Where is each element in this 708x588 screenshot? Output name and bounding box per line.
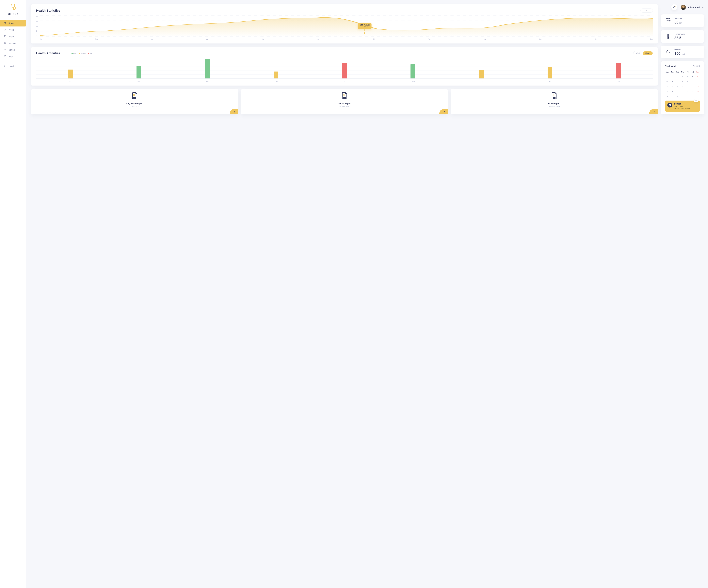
report-date: 21 Feb, 2020	[34, 106, 235, 108]
metric-label: Temperature	[674, 33, 685, 35]
cal-day[interactable]: 16	[685, 84, 690, 89]
username: Johan Smith	[688, 6, 700, 8]
nav-report[interactable]: Report	[0, 33, 26, 40]
cal-day[interactable]: 28	[675, 94, 680, 98]
cal-day[interactable]: 13	[670, 84, 675, 89]
home-icon	[4, 22, 6, 25]
bar-label: Fri	[481, 80, 482, 82]
bar	[273, 71, 278, 79]
report-card-dental[interactable]: Dental Report 21 Feb, 2020	[241, 89, 448, 114]
cal-day[interactable]: 14	[675, 84, 680, 89]
nav: Home Profile Report Message Setting Help…	[0, 20, 26, 69]
nav-setting[interactable]: Setting	[0, 47, 26, 53]
cal-day[interactable]: 05	[665, 80, 670, 84]
user-menu[interactable]: Johan Smith	[681, 5, 704, 10]
nav-message[interactable]: Message	[0, 40, 26, 47]
y-tick: 15	[36, 21, 38, 22]
y-tick: 0	[36, 35, 38, 37]
cal-day[interactable]: 09	[685, 80, 690, 84]
cal-day[interactable]: 26	[665, 94, 670, 98]
bar-label: Sat	[69, 80, 71, 82]
mail-icon	[4, 42, 6, 45]
stats-x-axis: Jan Feb Mar Apr May Jun Jul Aug Sep Oct …	[40, 38, 653, 40]
bar-label: Tue	[275, 80, 278, 82]
toggle-week[interactable]: Week	[633, 51, 643, 55]
bar-label: Thu	[412, 80, 415, 82]
cal-day[interactable]: 20	[670, 89, 675, 93]
cal-day[interactable]: 18	[695, 84, 700, 89]
cal-day[interactable]: 02	[685, 75, 690, 79]
cal-dow: Mon	[665, 70, 670, 74]
cal-day[interactable]: 10	[690, 80, 695, 84]
legend-good: Good	[73, 53, 77, 54]
x-tick: Jul	[373, 38, 375, 40]
notifications-button[interactable]	[671, 4, 677, 10]
cal-day[interactable]: 08	[680, 80, 685, 84]
y-tick: 5	[36, 30, 38, 32]
svg-rect-14	[666, 50, 668, 54]
report-title: Dental Report	[244, 102, 445, 105]
nav-logout[interactable]: Log Out	[0, 63, 26, 69]
cal-day[interactable]: 11	[695, 80, 700, 84]
cal-day[interactable]: 23	[685, 89, 690, 93]
cal-day[interactable]: 27	[670, 94, 675, 98]
metric-label: Hert Rate	[674, 17, 682, 20]
x-tick: Feb	[95, 38, 98, 40]
svg-point-0	[5, 29, 5, 30]
cal-dow: Wed	[675, 70, 680, 74]
cal-day[interactable]: 06	[670, 80, 675, 84]
logout-icon	[4, 65, 6, 67]
test-tube-icon	[665, 49, 671, 55]
nav-help[interactable]: Help	[0, 53, 26, 60]
tooltip-date: 12th August	[360, 24, 370, 26]
bar	[616, 63, 621, 79]
nav-label: Help	[8, 55, 12, 58]
cal-day[interactable]: 17	[690, 84, 695, 89]
toggle-month[interactable]: Month	[643, 51, 653, 55]
report-title: City Scan Report	[34, 102, 235, 105]
cal-day[interactable]: 25	[695, 89, 700, 93]
svg-point-3	[5, 49, 5, 50]
cal-day[interactable]: 04	[695, 75, 700, 79]
bar-label: Sun	[138, 80, 140, 82]
year-selector[interactable]: 2020	[641, 8, 653, 12]
report-date: 21 Feb, 2020	[244, 106, 445, 108]
period-toggle: Week Month	[633, 51, 653, 55]
metric-temperature: Temperature 36.5°C	[661, 30, 704, 43]
cal-dow: Fri	[685, 70, 690, 74]
gear-icon	[4, 49, 6, 51]
bar	[205, 59, 210, 79]
notification-dot	[675, 6, 676, 7]
nav-label: Home	[8, 22, 14, 24]
metric-glucose: Glucose 100mg/dl	[661, 46, 704, 58]
nav-home[interactable]: Home	[0, 20, 26, 27]
cal-day[interactable]: 07	[675, 80, 680, 84]
report-card-city-scan[interactable]: City Scan Report 21 Feb, 2020	[31, 89, 238, 114]
cal-day[interactable]: 01	[680, 75, 685, 79]
legend-normal: Normal	[81, 53, 86, 54]
appointment-arrow-button[interactable]	[694, 99, 699, 102]
cal-day[interactable]: 15	[680, 84, 685, 89]
cal-day[interactable]: 22	[680, 89, 685, 93]
x-tick: Mar	[151, 38, 153, 40]
report-card-ecg[interactable]: ECG Report 21 Feb, 2020	[451, 89, 658, 114]
calendar-card: Next Visit Feb, 2019 Mon Tue Wed Thu Fri…	[661, 61, 704, 114]
cal-day[interactable]: 19	[665, 89, 670, 93]
bar-label: Sat	[549, 80, 551, 82]
stats-title: Health Statistics	[36, 9, 60, 12]
cal-day[interactable]: 12	[665, 84, 670, 89]
report-title: ECG Report	[453, 102, 655, 105]
nav-profile[interactable]: Profile	[0, 27, 26, 33]
cal-day[interactable]: 29	[680, 94, 685, 98]
y-tick: 10	[36, 26, 38, 27]
metric-unit: mg/dl	[681, 53, 685, 55]
metric-value: 36.5	[674, 36, 681, 40]
report-file-icon	[34, 92, 235, 100]
legend-bad: Bad	[90, 53, 92, 54]
appointment-card[interactable]: Dentist 8.00 - 9.30 Pm Dr. Alex Brown, M…	[665, 100, 700, 112]
cal-day[interactable]: 24	[690, 89, 695, 93]
report-date: 21 Feb, 2020	[453, 106, 655, 108]
cal-day[interactable]: 03	[690, 75, 695, 79]
metric-value: 80	[674, 20, 678, 24]
cal-day[interactable]: 21	[675, 89, 680, 93]
